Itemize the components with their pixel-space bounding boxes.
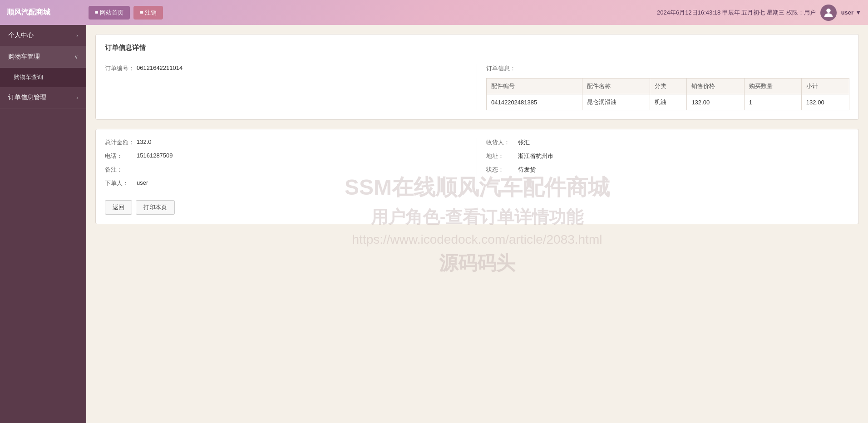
- top-right-info: 2024年6月12日16:43:18 甲辰年 五月初七 星期三 权限：用户 us…: [657, 5, 861, 21]
- orderer-label: 下单人：: [105, 179, 137, 187]
- user-dropdown[interactable]: user ▼: [841, 9, 861, 16]
- nav-btn-group: ≡ 网站首页 ≡ 注销: [89, 6, 163, 20]
- total-row: 总计金额： 132.0: [105, 138, 468, 147]
- sidebar-item-label: 购物车管理: [8, 53, 40, 61]
- bottom-left: 总计金额： 132.0 电话： 15161287509 备注： 下单人： use…: [105, 138, 477, 193]
- receiver-row: 收货人： 张汇: [486, 138, 849, 147]
- sidebar-item-order-management[interactable]: 订单信息管理 ›: [0, 87, 86, 108]
- svg-point-0: [826, 8, 830, 12]
- card-title: 订单信息详情: [105, 44, 849, 57]
- sidebar-sub-item-label: 购物车查询: [14, 74, 43, 80]
- sidebar-item-label: 个人中心: [8, 31, 34, 39]
- total-label: 总计金额：: [105, 138, 137, 147]
- order-number-value: 06121642211014: [137, 64, 182, 71]
- receiver-value: 张汇: [518, 138, 530, 147]
- order-info-grid: 订单编号： 06121642211014 订单信息： 配件编号 配件名称: [105, 64, 849, 110]
- order-table: 配件编号 配件名称 分类 销售价格 购买数量 小计 04142202481385…: [486, 78, 849, 110]
- chevron-right-icon: ›: [76, 33, 78, 38]
- content-area: SSM在线顺风汽车配件商城 用户角色-查看订单详情功能 https://www.…: [86, 25, 868, 423]
- print-button[interactable]: 打印本页: [136, 200, 175, 215]
- btn-row: 返回 打印本页: [105, 200, 849, 215]
- orderer-row: 下单人： user: [105, 179, 468, 187]
- cell-price: 132.00: [687, 94, 744, 110]
- cell-part-number: 04142202481385: [487, 94, 582, 110]
- main-layout: 个人中心 › 购物车管理 ∨ 购物车查询 订单信息管理 › SSM在线顺风汽车配…: [0, 25, 868, 423]
- cell-part-name: 昆仑润滑油: [582, 94, 650, 110]
- phone-value: 15161287509: [137, 152, 173, 159]
- cell-quantity: 1: [744, 94, 801, 110]
- note-row: 备注：: [105, 166, 468, 174]
- back-button[interactable]: 返回: [105, 200, 132, 215]
- sidebar-item-personal-center[interactable]: 个人中心 ›: [0, 25, 86, 46]
- col-category: 分类: [650, 79, 687, 94]
- address-label: 地址：: [486, 152, 518, 160]
- status-row: 状态： 待发货: [486, 166, 849, 174]
- col-subtotal: 小计: [801, 79, 849, 94]
- cell-subtotal: 132.00: [801, 94, 849, 110]
- sidebar-sub-item-cart-query[interactable]: 购物车查询: [0, 68, 86, 87]
- receiver-label: 收货人：: [486, 138, 518, 147]
- col-quantity: 购买数量: [744, 79, 801, 94]
- sidebar-item-cart-management[interactable]: 购物车管理 ∨: [0, 46, 86, 68]
- chevron-down-icon: ▼: [855, 9, 861, 16]
- logout-button[interactable]: ≡ 注销: [133, 6, 163, 20]
- sidebar: 个人中心 › 购物车管理 ∨ 购物车查询 订单信息管理 ›: [0, 25, 86, 423]
- order-number-row: 订单编号： 06121642211014: [105, 64, 468, 73]
- col-price: 销售价格: [687, 79, 744, 94]
- order-number-label: 订单编号：: [105, 64, 137, 73]
- bottom-section: 总计金额： 132.0 电话： 15161287509 备注： 下单人： use…: [95, 129, 859, 224]
- note-label: 备注：: [105, 166, 137, 174]
- order-info-label: 订单信息：: [486, 64, 518, 73]
- chevron-right-icon: ›: [76, 95, 78, 100]
- cell-category: 机油: [650, 94, 687, 110]
- total-value: 132.0: [137, 138, 152, 145]
- status-badge: 待发货: [518, 166, 536, 174]
- order-detail-card: 订单信息详情 订单编号： 06121642211014 订单信息：: [95, 34, 859, 120]
- bottom-right: 收货人： 张汇 地址： 浙江省杭州市 状态： 待发货: [477, 138, 849, 193]
- sidebar-item-label: 订单信息管理: [8, 93, 46, 102]
- address-row: 地址： 浙江省杭州市: [486, 152, 849, 160]
- bottom-grid: 总计金额： 132.0 电话： 15161287509 备注： 下单人： use…: [105, 138, 849, 193]
- watermark-line4: 源码码头: [345, 250, 610, 275]
- col-part-number: 配件编号: [487, 79, 582, 94]
- orderer-value: user: [137, 179, 148, 186]
- status-label: 状态：: [486, 166, 518, 174]
- datetime-label: 2024年6月12日16:43:18 甲辰年 五月初七 星期三 权限：用户: [657, 9, 816, 17]
- col-part-name: 配件名称: [582, 79, 650, 94]
- phone-label: 电话：: [105, 152, 137, 160]
- brand-title: 顺风汽配商城: [7, 8, 79, 17]
- chevron-down-icon: ∨: [74, 54, 78, 60]
- order-left: 订单编号： 06121642211014: [105, 64, 477, 110]
- order-right: 订单信息： 配件编号 配件名称 分类 销售价格 购买数量 小计: [477, 64, 849, 110]
- address-value: 浙江省杭州市: [518, 152, 553, 160]
- top-navbar: 顺风汽配商城 ≡ 网站首页 ≡ 注销 2024年6月12日16:43:18 甲辰…: [0, 0, 868, 25]
- table-row: 04142202481385 昆仑润滑油 机油 132.00 1 132.00: [487, 94, 849, 110]
- phone-row: 电话： 15161287509: [105, 152, 468, 160]
- avatar: [820, 5, 837, 21]
- username-label: user: [841, 9, 853, 16]
- watermark-line3: https://www.icodedock.com/article/2083.h…: [345, 232, 610, 246]
- order-info-label-row: 订单信息：: [486, 64, 849, 73]
- home-button[interactable]: ≡ 网站首页: [89, 6, 130, 20]
